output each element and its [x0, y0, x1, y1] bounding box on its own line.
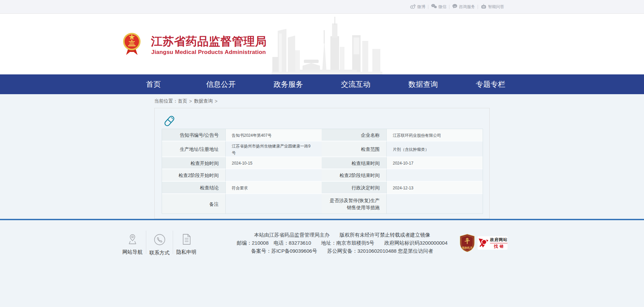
chat-bubble-icon [452, 4, 459, 10]
footer-line1: 本站由江苏省药品监督管理局主办 版权所有未经许可禁止转载或者建立镜像 [208, 231, 476, 239]
cell-label1-row-3: 检查2阶段开始时间 [162, 169, 226, 182]
cell-value2-row-1: 片剂（含抗肿瘤类） [387, 141, 483, 157]
topbar-items: 微博微信咨询服务智能问答 [410, 0, 504, 13]
cell-label2-row-0: 企业名称 [322, 129, 387, 141]
cell-value1-row-5 [226, 194, 322, 213]
nav-item-5[interactable]: 专题专栏 [457, 74, 524, 94]
nav-item-4[interactable]: 数据查询 [389, 74, 457, 94]
cell-label2-row-4: 行政决定时间 [322, 182, 387, 194]
topbar-item-label: 智能问答 [488, 4, 504, 10]
breadcrumb-separator: > [215, 99, 217, 104]
national-emblem-logo [122, 31, 142, 56]
nav-item-0[interactable]: 首页 [120, 74, 187, 94]
detail-table-row-5: 备注是否涉及暂停(恢复)生产销售使用等措施 [162, 194, 483, 213]
cell-value1-row-3 [226, 169, 322, 182]
top-utility-bar: 微博微信咨询服务智能问答 [0, 0, 644, 14]
cell-label1-row-2: 检查开始时间 [162, 157, 226, 169]
breadcrumb-link-1[interactable]: 数据查询 [194, 98, 213, 104]
cell-value2-row-0: 江苏联环药业股份有限公司 [387, 129, 483, 141]
topbar-separator [449, 5, 449, 9]
cell-label2-row-3: 检查2阶段结束时间 [322, 169, 387, 182]
cell-label1-row-1: 生产地址/注册地址 [162, 141, 226, 157]
phone-icon [154, 234, 166, 247]
nav-item-3[interactable]: 交流互动 [322, 74, 389, 94]
cell-value1-row-0: 告知书2024年第407号 [226, 129, 322, 141]
city-skyline-watermark [272, 17, 382, 74]
cell-value2-row-3 [387, 169, 483, 182]
breadcrumb-separator: > [189, 99, 192, 104]
topbar-item-weibo[interactable]: 微博 [410, 4, 425, 10]
map-pin-icon [127, 234, 138, 246]
cell-value2-row-5 [387, 194, 483, 213]
cell-value1-row-1: 江苏省扬州市扬州生物健康产业园健康一路9号 [226, 141, 322, 157]
footer-quick-links: 网站导航联系方式隐私申明 [119, 231, 200, 254]
footer-link-document[interactable]: 隐私申明 [173, 231, 200, 254]
detail-table-row-1: 生产地址/注册地址江苏省扬州市扬州生物健康产业园健康一路9号检查范围片剂（含抗肿… [162, 141, 483, 157]
cell-label1-row-0: 告知书编号/公告号 [162, 129, 226, 141]
nav-item-2[interactable]: 政务服务 [255, 74, 322, 94]
topbar-separator [478, 5, 478, 9]
nav-list: 首页信息公开政务服务交流互动数据查询专题专栏 [120, 74, 524, 94]
cell-label2-row-2: 检查结束时间 [322, 157, 387, 169]
topbar-item-chat-bubble[interactable]: 咨询服务 [452, 4, 475, 10]
detail-table-row-4: 检查结论符合要求行政决定时间2024-12-13 [162, 182, 483, 194]
badge-find-top: 政府网站 [490, 237, 507, 243]
cell-label2-row-5: 是否涉及暂停(恢复)生产销售使用等措施 [322, 194, 387, 213]
breadcrumb-prefix: 当前位置： [154, 98, 178, 104]
cell-value2-row-4: 2024-12-13 [387, 182, 483, 194]
document-icon [181, 234, 192, 246]
website-error-report-badge[interactable]: 政府网站 找错 [478, 236, 507, 250]
topbar-item-label: 微博 [417, 4, 425, 10]
wechat-icon [431, 4, 438, 10]
detail-table-body: 告知书编号/公告号告知书2024年第407号企业名称江苏联环药业股份有限公司生产… [162, 129, 483, 213]
nav-item-1[interactable]: 信息公开 [187, 74, 255, 94]
topbar-item-label: 微信 [438, 4, 446, 10]
breadcrumb: 当前位置：首页>数据查询> [154, 94, 219, 108]
site-header: 江苏省药品监督管理局 Jiangsu Medical Products Admi… [0, 14, 644, 74]
inspection-detail-table: 告知书编号/公告号告知书2024年第407号企业名称江苏联环药业股份有限公司生产… [162, 129, 483, 214]
footer-info-text: 本站由江苏省药品监督管理局主办 版权所有未经许可禁止转载或者建立镜像 邮编：21… [208, 231, 476, 255]
main-nav: 首页信息公开政务服务交流互动数据查询专题专栏 [0, 74, 644, 94]
footer-link-map-pin[interactable]: 网站导航 [119, 231, 146, 254]
weibo-icon [410, 4, 417, 10]
footer-divider-line [0, 219, 644, 220]
topbar-item-robot[interactable]: 智能问答 [481, 4, 504, 10]
footer-link-label: 联系方式 [150, 250, 170, 256]
find-error-icon [478, 237, 489, 249]
topbar-item-wechat[interactable]: 微信 [431, 4, 446, 10]
detail-card: 告知书编号/公告号告知书2024年第407号企业名称江苏联环药业股份有限公司生产… [154, 108, 490, 219]
cell-label1-row-4: 检查结论 [162, 182, 226, 194]
detail-table-row-0: 告知书编号/公告号告知书2024年第407号企业名称江苏联环药业股份有限公司 [162, 129, 483, 141]
topbar-item-label: 咨询服务 [459, 4, 475, 10]
badge-shield-label: 党政机关 [462, 246, 473, 249]
badge-find-line [490, 243, 507, 243]
badge-find-bottom: 找错 [492, 244, 505, 249]
footer-line3: 备案号：苏ICP备09039606号 苏公网安备：32010602010488 … [208, 247, 476, 255]
detail-table-row-3: 检查2阶段开始时间检查2阶段结束时间 [162, 169, 483, 182]
breadcrumb-link-0[interactable]: 首页 [178, 98, 187, 104]
pill-capsule-icon [164, 115, 175, 127]
detail-table-row-2: 检查开始时间2024-10-15检查结束时间2024-10-17 [162, 157, 483, 169]
topbar-separator [428, 5, 428, 9]
site-subtitle-en: Jiangsu Medical Products Administration [151, 49, 266, 56]
footer-link-label: 隐私申明 [176, 249, 197, 255]
footer-line2: 邮编：210008 电话：83273610 地址：南京市鼓楼街5号 政府网站标识… [208, 239, 476, 247]
footer-link-phone[interactable]: 联系方式 [146, 231, 173, 254]
site-title: 江苏省药品监督管理局 [151, 34, 267, 48]
cell-value2-row-2: 2024-10-17 [387, 157, 483, 169]
cell-label2-row-1: 检查范围 [322, 141, 387, 157]
cell-value1-row-4: 符合要求 [226, 182, 322, 194]
party-government-badge[interactable]: 党政机关 [459, 234, 476, 252]
robot-icon [481, 4, 488, 10]
cell-value1-row-2: 2024-10-15 [226, 157, 322, 169]
footer-link-label: 网站导航 [122, 249, 143, 255]
cell-label1-row-5: 备注 [162, 194, 226, 213]
